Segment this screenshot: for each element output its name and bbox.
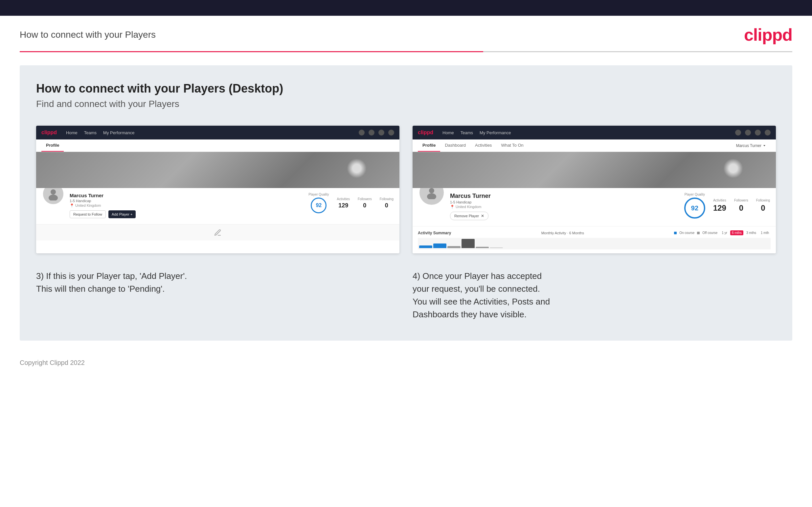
chart-bar-4 [461, 239, 475, 248]
request-follow-button[interactable]: Request to Follow [70, 210, 106, 218]
chart-bar-3 [447, 246, 461, 248]
time-filter-3mths[interactable]: 3 mths [745, 230, 758, 235]
right-tab-profile[interactable]: Profile [418, 139, 440, 152]
time-filter-1yr[interactable]: 1 yr [720, 230, 729, 235]
left-following-value: 0 [380, 202, 394, 209]
description-left: 3) If this is your Player tap, 'Add Play… [36, 270, 399, 321]
left-player-buttons: Request to Follow Add Player + [70, 210, 136, 218]
left-quality-circle: 92 [311, 198, 326, 213]
right-nav-teams[interactable]: Teams [461, 130, 473, 135]
activity-period: Monthly Activity · 6 Months [541, 231, 584, 235]
right-nav-logo: clippd [418, 130, 433, 135]
left-followers-label: Followers [358, 197, 372, 201]
right-app-nav: clippd Home Teams My Performance [413, 126, 776, 139]
svg-point-0 [51, 189, 56, 194]
right-tab-what-to-on[interactable]: What To On [496, 139, 528, 152]
right-tab-activities[interactable]: Activities [470, 139, 496, 152]
section-title: How to connect with your Players (Deskto… [36, 82, 776, 96]
right-settings-icon[interactable] [755, 130, 761, 135]
settings-icon[interactable] [378, 130, 384, 135]
screenshots-row: clippd Home Teams My Performance Profile [36, 126, 776, 253]
activity-summary-header: Activity Summary Monthly Activity · 6 Mo… [418, 230, 771, 235]
right-stats-area: Player Quality 92 Activities 129 Followe… [684, 192, 770, 219]
right-followers-stat: Followers 0 [734, 199, 748, 213]
right-player-handicap: 1-5 Handicap [450, 200, 491, 204]
user-icon[interactable] [368, 130, 374, 135]
search-icon[interactable] [359, 130, 365, 135]
left-app-nav: clippd Home Teams My Performance [36, 126, 399, 139]
right-tab-dashboard[interactable]: Dashboard [440, 139, 470, 152]
left-profile-banner [36, 152, 399, 188]
page-footer: Copyright Clippd 2022 [0, 354, 812, 372]
left-nav-icons [359, 130, 394, 135]
activity-legend: On course Off course 1 yr 6 mths 3 mths … [674, 230, 771, 235]
main-content: How to connect with your Players (Deskto… [20, 65, 792, 341]
left-app-tabs: Profile [36, 139, 399, 152]
left-player-details: Marcus Turner 1-5 Handicap 📍 United King… [70, 192, 136, 218]
right-search-icon[interactable] [735, 130, 741, 135]
right-quality-label: Player Quality [684, 192, 705, 196]
chart-bar-1 [419, 245, 432, 248]
right-player-country: 📍 United Kingdom [450, 205, 491, 209]
top-bar [0, 0, 812, 16]
right-activities-label: Activities [713, 199, 726, 202]
left-quality-stat: Player Quality 92 [308, 192, 329, 213]
description-right-text: 4) Once your Player has acceptedyour req… [413, 270, 776, 321]
right-followers-label: Followers [734, 199, 748, 202]
left-banner-decoration [347, 159, 367, 178]
right-following-value: 0 [756, 204, 770, 213]
off-course-dot [697, 232, 700, 234]
left-stats-area: Player Quality 92 Activities 129 Followe… [308, 192, 394, 213]
right-activities-value: 129 [713, 204, 726, 213]
left-nav-home[interactable]: Home [66, 130, 78, 135]
clippd-logo: clippd [744, 25, 792, 45]
copyright-text: Copyright Clippd 2022 [20, 359, 85, 366]
time-filter-6mths[interactable]: 6 mths [730, 230, 743, 235]
activity-summary-title: Activity Summary [418, 231, 451, 235]
left-followers-stat: Followers 0 [358, 197, 372, 209]
off-course-label: Off course [702, 231, 717, 235]
right-nav-performance[interactable]: My Performance [479, 130, 511, 135]
right-avatar-icon[interactable] [765, 130, 771, 135]
left-tab-profile[interactable]: Profile [41, 139, 64, 152]
chart-bar-6 [490, 247, 503, 248]
left-nav-teams[interactable]: Teams [84, 130, 97, 135]
time-filters: 1 yr 6 mths 3 mths 1 mth [720, 230, 771, 235]
left-profile-info: Marcus Turner 1-5 Handicap 📍 United King… [36, 188, 399, 224]
left-activities-stat: Activities 129 [337, 197, 350, 209]
description-right: 4) Once your Player has acceptedyour req… [413, 270, 776, 321]
header-divider [20, 51, 792, 52]
remove-player-button[interactable]: Remove Player ✕ [450, 212, 489, 220]
right-quality-stat: Player Quality 92 [684, 192, 705, 219]
right-app-tabs: Profile Dashboard Activities What To On … [413, 139, 776, 152]
left-player-handicap: 1-5 Handicap [70, 199, 136, 203]
right-profile-info: Marcus Turner 1-5 Handicap 📍 United King… [413, 188, 776, 226]
left-quality-label: Player Quality [308, 192, 329, 196]
right-player-buttons: Remove Player ✕ [450, 212, 491, 220]
avatar-icon[interactable] [388, 130, 394, 135]
location-icon: 📍 [70, 204, 75, 208]
close-icon: ✕ [481, 214, 484, 218]
screenshot-right: clippd Home Teams My Performance Profile… [413, 126, 776, 253]
right-user-icon[interactable] [745, 130, 751, 135]
descriptions-row: 3) If this is your Player tap, 'Add Play… [36, 270, 776, 321]
page-header: How to connect with your Players clippd [0, 16, 812, 51]
right-following-label: Following [756, 199, 770, 202]
left-followers-value: 0 [358, 202, 372, 209]
on-course-dot [674, 232, 677, 234]
right-banner-decoration [723, 159, 743, 178]
add-player-button[interactable]: Add Player + [108, 210, 136, 218]
chart-bar-5 [476, 247, 489, 248]
right-tab-group: Profile Dashboard Activities What To On [418, 139, 528, 152]
right-location-icon: 📍 [450, 205, 456, 209]
right-player-dropdown[interactable]: Marcus Turner [731, 140, 771, 151]
left-nav-performance[interactable]: My Performance [103, 130, 134, 135]
svg-point-2 [429, 188, 434, 193]
left-player-name: Marcus Turner [70, 192, 136, 198]
description-left-text: 3) If this is your Player tap, 'Add Play… [36, 270, 399, 295]
right-nav-home[interactable]: Home [443, 130, 454, 135]
left-following-stat: Following 0 [380, 197, 394, 209]
right-followers-value: 0 [734, 204, 748, 213]
right-quality-circle: 92 [684, 198, 705, 219]
time-filter-1mth[interactable]: 1 mth [759, 230, 771, 235]
